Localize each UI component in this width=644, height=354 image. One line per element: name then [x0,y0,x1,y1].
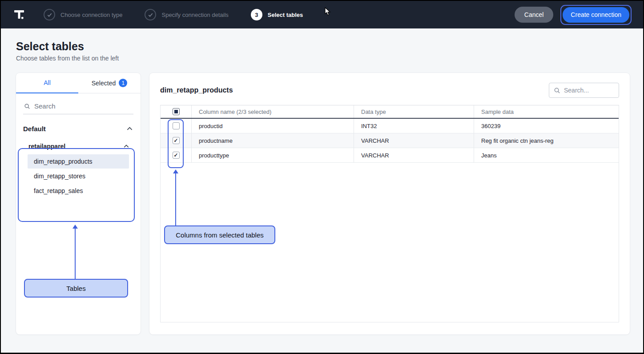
selected-table-title: dim_retapp_products [160,86,233,94]
tables-annotation-arrowhead-icon [72,225,78,229]
table-item-fact-retapp-sales[interactable]: fact_retapp_sales [28,184,129,198]
data-type-cell: VARCHAR [354,133,474,148]
table-item-dim-retapp-stores[interactable]: dim_retapp_stores [28,169,129,183]
step-done-check-icon [44,9,55,20]
step-label: Select tables [268,12,303,18]
header-column-name: Column name (2/3 selected) [192,105,354,118]
tab-selected-label: Selected [92,80,116,87]
topbar-actions: Cancel Create connection [515,5,632,25]
schema-label: retailapparel [28,143,65,150]
row-checkbox[interactable] [173,137,180,144]
group-default[interactable]: Default [16,116,141,138]
header-checkbox-cell [161,105,192,118]
table-row-producttype[interactable]: producttype VARCHAR Jeans [161,148,619,163]
step-done-check-icon [145,9,156,20]
create-connection-button[interactable]: Create connection [563,7,629,23]
column-name-cell: productname [192,133,354,148]
sample-data-cell: 360239 [474,119,619,133]
table-row-productname[interactable]: productname VARCHAR Reg fit organic ctn … [161,133,619,148]
wizard-steps: Choose connection type Specify connectio… [44,9,303,20]
columns-search-input[interactable] [564,87,613,94]
columns-panel-header: dim_retapp_products [149,73,630,105]
columns-table-header: Column name (2/3 selected) Data type Sam… [161,105,619,119]
tab-all[interactable]: All [16,73,78,93]
data-type-cell: INT32 [354,119,474,133]
tables-tabs: All Selected 1 [16,73,141,93]
columns-table: Column name (2/3 selected) Data type Sam… [160,105,619,322]
brand-logo-icon [12,8,26,21]
row-checkbox[interactable] [173,122,180,129]
column-name-cell: productid [192,119,354,133]
step-number: 3 [251,9,262,20]
app-window: Choose connection type Specify connectio… [0,0,644,354]
columns-panel: dim_retapp_products Column name (2/3 sel… [149,73,630,334]
step-specify-connection-details[interactable]: Specify connection details [145,9,228,20]
tables-annotation-arrow [75,229,76,279]
row-checkbox-cell [161,148,192,162]
columns-search[interactable] [549,83,619,98]
table-item-dim-retapp-products[interactable]: dim_retapp_products [28,154,129,169]
tables-search[interactable] [23,102,133,114]
search-icon [554,87,560,94]
step-choose-connection-type[interactable]: Choose connection type [44,9,122,20]
page-title: Select tables [16,40,84,53]
page-subtitle: Choose tables from the list on the left [16,55,119,62]
tab-all-label: All [44,79,51,86]
tables-search-input[interactable] [34,102,114,110]
select-all-checkbox[interactable] [173,108,180,115]
sample-data-cell: Jeans [474,148,619,162]
columns-annotation-text: Columns from selected tables [176,231,264,239]
columns-annotation-arrowhead-icon [173,169,178,173]
step-label: Choose connection type [60,12,122,18]
header-sample-data: Sample data [474,105,619,118]
group-default-label: Default [23,125,46,133]
step-select-tables[interactable]: 3 Select tables [251,9,303,20]
create-connection-highlight: Create connection [560,5,632,25]
sample-data-cell: Reg fit organic ctn jeans-reg [474,133,619,148]
tables-annotation-label: Tables [24,279,128,298]
columns-annotation-arrow [175,173,176,225]
mouse-cursor [325,7,332,16]
step-label: Specify connection details [161,12,228,18]
cancel-button[interactable]: Cancel [515,7,554,23]
row-checkbox-cell [161,133,192,148]
selected-count-badge: 1 [119,79,127,87]
search-icon [24,103,30,109]
data-type-cell: VARCHAR [354,148,474,162]
row-checkbox-cell [161,119,192,133]
schema-retailapparel[interactable]: retailapparel [16,138,141,154]
columns-annotation-label: Columns from selected tables [164,225,275,244]
tab-selected[interactable]: Selected 1 [78,73,141,93]
row-checkbox[interactable] [173,152,180,159]
header-data-type: Data type [354,105,474,118]
wizard-topbar: Choose connection type Specify connectio… [1,1,643,28]
tables-annotation-text: Tables [66,285,85,292]
chevron-up-icon [124,145,129,148]
table-row-productid[interactable]: productid INT32 360239 [161,119,619,133]
chevron-up-icon [127,127,133,131]
column-name-cell: producttype [192,148,354,162]
